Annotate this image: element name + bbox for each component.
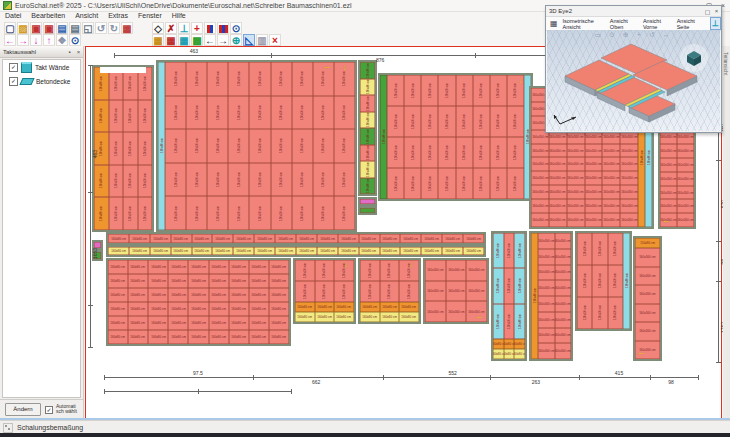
- formwork-panel[interactable]: 150x50 cm: [592, 297, 607, 329]
- formwork-panel[interactable]: 150x50 cm: [456, 75, 473, 106]
- formwork-panel[interactable]: 160x80 cm: [212, 234, 233, 243]
- formwork-panel[interactable]: 160x80 cm: [229, 288, 249, 302]
- grid-takt-icon[interactable]: ▦: [152, 34, 164, 46]
- takt-checkbox-1[interactable]: ✓: [9, 63, 18, 72]
- formwork-panel[interactable]: 150x50 cm: [313, 163, 334, 197]
- formwork-panel[interactable]: 160x160 cm: [585, 144, 603, 158]
- formwork-panel[interactable]: 150x50 cm: [292, 96, 313, 130]
- ruler-icon[interactable]: ▥: [256, 34, 268, 46]
- formwork-panel[interactable]: 160x160 cm: [567, 213, 585, 227]
- formwork-panel[interactable]: 160x40 cm: [360, 161, 375, 178]
- formwork-panel[interactable]: 160x160 cm: [538, 296, 555, 312]
- formwork-panel[interactable]: 160x160 cm: [585, 185, 603, 199]
- formwork-panel[interactable]: 160x80 cm: [148, 330, 168, 344]
- formwork-panel[interactable]: 150x50 cm: [456, 137, 473, 168]
- field-s6[interactable]: 150x50 cm150x50 cm150x50 cm150x50 cm150x…: [575, 231, 632, 331]
- redo-icon[interactable]: ↻: [108, 22, 120, 34]
- formwork-panel[interactable]: 160x160 cm: [425, 301, 446, 322]
- formwork-panel[interactable]: 160x80 cm: [94, 197, 109, 230]
- formwork-panel[interactable]: 160x80 cm: [128, 288, 148, 302]
- auto-select-checkbox[interactable]: ✓: [45, 406, 53, 414]
- formwork-panel[interactable]: 160x160 cm: [531, 213, 549, 227]
- zoom-icon[interactable]: ⊙: [230, 22, 242, 34]
- formwork-panel[interactable]: 150x50 cm: [507, 168, 524, 199]
- formwork-panel[interactable]: 150x50 cm: [271, 129, 292, 163]
- formwork-panel[interactable]: 160x80 cm: [334, 302, 354, 312]
- column-tool-icon[interactable]: ⊥: [178, 22, 190, 34]
- formwork-panel[interactable]: 160x80 cm: [209, 288, 229, 302]
- formwork-panel[interactable]: 150x50 cm: [271, 62, 292, 96]
- formwork-panel[interactable]: 160x80 cm: [128, 274, 148, 288]
- formwork-panel[interactable]: 160x160 cm: [549, 157, 567, 171]
- formwork-panel[interactable]: 150x50 cm: [228, 129, 249, 163]
- formwork-panel[interactable]: 150x40 cm: [493, 268, 504, 303]
- formwork-panel[interactable]: 160x160 cm: [555, 312, 572, 328]
- navigation-cube[interactable]: [680, 44, 708, 72]
- takt-item-2[interactable]: ✓Betondecke: [3, 74, 80, 88]
- formwork-panel[interactable]: 160x160 cm: [677, 144, 694, 158]
- formwork-panel[interactable]: 160x80 cm: [129, 247, 150, 255]
- prev-takt-icon[interactable]: ←: [204, 34, 216, 46]
- formwork-panel[interactable]: 160x80 cm: [188, 330, 208, 344]
- formwork-panel[interactable]: 150x50 cm: [577, 265, 592, 297]
- formwork-panel[interactable]: 150x50 cm: [608, 233, 623, 265]
- formwork-panel[interactable]: 160x160 cm: [567, 171, 585, 185]
- formwork-panel[interactable]: 160x80 cm: [504, 349, 515, 359]
- formwork-panel[interactable]: 160x80 cm: [315, 302, 335, 312]
- formwork-panel[interactable]: 150x50 cm: [123, 132, 138, 165]
- formwork-panel[interactable]: 160x80 cm: [192, 247, 213, 255]
- 3d-eye-title-bar[interactable]: 3D Eye2 ▢ ×: [546, 6, 721, 17]
- menu-ansicht[interactable]: Ansicht: [70, 12, 103, 21]
- formwork-panel[interactable]: 160x160 cm: [602, 213, 620, 227]
- formwork-panel[interactable]: 150x50 cm: [207, 96, 228, 130]
- formwork-panel[interactable]: 150x50 cm: [186, 62, 207, 96]
- open-folder-icon[interactable]: ▨: [17, 22, 29, 34]
- formwork-panel[interactable]: 160x160 cm: [602, 185, 620, 199]
- formwork-panel[interactable]: 160x80 cm: [209, 316, 229, 330]
- formwork-panel[interactable]: 160x80 cm: [269, 274, 289, 288]
- axis-cross-icon[interactable]: +: [191, 22, 203, 34]
- formwork-panel[interactable]: 160x160 cm: [555, 233, 572, 249]
- formwork-panel[interactable]: 150x50 cm: [292, 196, 313, 230]
- formwork-panel[interactable]: 160x80 cm: [359, 247, 380, 255]
- formwork-panel[interactable]: 160x160 cm: [538, 249, 555, 265]
- formwork-panel[interactable]: 150x50 cm: [387, 168, 404, 199]
- formwork-panel[interactable]: 160x160 cm: [538, 265, 555, 281]
- formwork-panel[interactable]: 160x40 cm: [360, 62, 375, 79]
- formwork-panel[interactable]: 150x50 cm: [360, 260, 380, 281]
- formwork-panel[interactable]: 150x50 cm: [295, 260, 315, 281]
- formwork-panel[interactable]: 160x80 cm: [249, 288, 269, 302]
- formwork-panel[interactable]: 150x50 cm: [438, 75, 455, 106]
- filler-strip-cyan[interactable]: 160x40 cm: [623, 233, 630, 329]
- formwork-panel[interactable]: 160x160 cm: [567, 199, 585, 213]
- formwork-panel[interactable]: 160x160 cm: [466, 281, 487, 302]
- formwork-panel[interactable]: 160x160 cm: [677, 186, 694, 200]
- formwork-panel[interactable]: 160x80 cm: [233, 234, 254, 243]
- save-icon[interactable]: ▣: [30, 22, 42, 34]
- formwork-panel[interactable]: 150x50 cm: [249, 96, 270, 130]
- formwork-panel[interactable]: 150x50 cm: [577, 297, 592, 329]
- formwork-panel[interactable]: 160x80 cm: [148, 260, 168, 274]
- formwork-panel[interactable]: 150x50 cm: [608, 297, 623, 329]
- formwork-panel[interactable]: 150x50 cm: [334, 163, 355, 197]
- formwork-panel[interactable]: 160x80 cm: [188, 302, 208, 316]
- formwork-panel[interactable]: 160x160 cm: [677, 213, 694, 227]
- formwork-panel[interactable]: 150x50 cm: [334, 96, 355, 130]
- formwork-panel[interactable]: 150x50 cm: [165, 129, 186, 163]
- field-n2[interactable]: 160x40 cm150x50 cm150x50 cm150x50 cm150x…: [378, 73, 533, 201]
- formwork-panel[interactable]: 160x80 cm: [128, 302, 148, 316]
- formwork-panel[interactable]: 150x50 cm: [507, 106, 524, 137]
- formwork-panel[interactable]: 160x80 cm: [108, 288, 128, 302]
- formwork-panel[interactable]: 160x80 cm: [249, 302, 269, 316]
- formwork-panel[interactable]: 150x50 cm: [504, 233, 515, 268]
- formwork-panel[interactable]: 160x80 cm: [212, 247, 233, 255]
- formwork-panel[interactable]: 160x80 cm: [421, 247, 442, 255]
- formwork-panel[interactable]: 160x80 cm: [150, 234, 171, 243]
- formwork-panel[interactable]: 160x80 cm: [128, 260, 148, 274]
- formwork-panel[interactable]: 150x50 cm: [438, 137, 455, 168]
- menu-bearbeiten[interactable]: Bearbeiten: [26, 12, 70, 21]
- formwork-panel[interactable]: 160x80 cm: [94, 100, 109, 133]
- formwork-panel[interactable]: 160x160 cm: [620, 157, 638, 171]
- formwork-panel[interactable]: 150x50 cm: [387, 106, 404, 137]
- formwork-panel[interactable]: 160x80 cm: [493, 339, 504, 349]
